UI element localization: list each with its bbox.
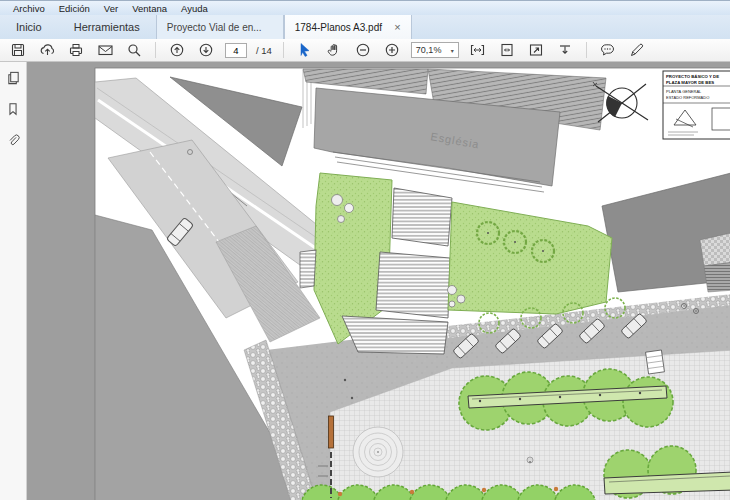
cloud-upload-icon [39,42,56,58]
toolbar-separator [586,42,587,58]
page-count-label: / 14 [256,45,272,56]
print-button[interactable] [66,41,86,59]
document-area: Església [0,62,730,500]
highlight-button[interactable] [627,41,647,59]
doc-tab-label: 1784-Planos A3.pdf [295,22,389,33]
pencil-icon [629,42,645,58]
fit-width-icon [469,42,486,58]
fit-page-icon [499,42,515,58]
plaza-tree-row-upper [459,369,673,430]
share-button[interactable] [37,41,57,59]
spiral-paving-circle [353,427,403,477]
zoom-level-value: 70,1% [416,45,442,55]
pdf-viewer: Església [27,62,730,500]
page-down-icon [198,42,214,58]
doc-tab-1784-planos[interactable]: 1784-Planos A3.pdf × [284,15,412,39]
printer-icon [68,42,84,58]
menu-item-ver[interactable]: Ver [97,3,125,14]
acrobat-window: Archivo Edición Ver Ventana Ayuda Inicio… [0,0,730,500]
doc-tab-proyecto-vial[interactable]: Proyecto Vial de en... [156,15,284,39]
doc-tab-label: Proyecto Vial de en... [167,22,273,33]
fullscreen-icon [528,42,544,58]
comment-button[interactable] [598,41,618,59]
pdf-page-canvas[interactable]: Església [27,62,730,500]
toolbar-separator [283,42,284,58]
select-tool-button[interactable] [295,41,315,59]
titleblock-line1: PROYECTO BÁSICO Y DE [666,74,719,79]
next-page-button[interactable] [196,41,216,59]
save-icon [10,42,26,58]
close-tab-icon[interactable]: × [394,21,400,33]
page-thumbnails-icon[interactable] [6,70,21,86]
speech-bubble-icon [599,42,616,58]
title-block: PROYECTO BÁSICO Y DE PLAZA MAYOR DE BES … [663,71,730,139]
tab-bar: Inicio Herramientas Proyecto Vial de en.… [0,15,730,39]
menu-bar: Archivo Edición Ver Ventana Ayuda [0,0,730,15]
titleblock-line3: PLANTA GENERAL [666,89,702,94]
collapse-toolbar-icon [557,42,573,58]
fit-page-button[interactable] [497,41,517,59]
attachments-icon[interactable] [6,132,20,148]
tab-herramientas[interactable]: Herramientas [58,15,156,39]
save-button[interactable] [8,41,28,59]
zoom-level-dropdown[interactable]: 70,1% ▾ [411,42,459,58]
previous-page-button[interactable] [167,41,187,59]
menu-item-ventana[interactable]: Ventana [125,3,174,14]
titleblock-line4: ESTADO REFORMADO [666,95,709,100]
fullscreen-button[interactable] [526,41,546,59]
search-button[interactable] [124,41,144,59]
reading-mode-button[interactable] [555,41,575,59]
grate [646,350,665,374]
menu-item-ayuda[interactable]: Ayuda [174,3,215,14]
bookmarks-icon[interactable] [6,101,20,117]
plus-circle-icon [384,42,400,58]
titleblock-line2: PLAZA MAYOR DE BES [666,80,714,85]
fit-width-button[interactable] [468,41,488,59]
search-icon [126,42,142,58]
page-number-input[interactable] [225,43,247,58]
envelope-icon [97,42,114,58]
tab-inicio[interactable]: Inicio [0,15,58,39]
hand-icon [326,42,342,58]
toolbar: / 14 70,1% ▾ [0,39,730,62]
toolbar-separator [155,42,156,58]
hand-tool-button[interactable] [324,41,344,59]
fountain-mark [527,457,533,463]
navigation-pane [0,62,27,500]
chevron-down-icon: ▾ [451,47,454,54]
zoom-out-button[interactable] [353,41,373,59]
cursor-arrow-icon [297,42,312,58]
page-up-icon [169,42,185,58]
email-button[interactable] [95,41,115,59]
minus-circle-icon [355,42,371,58]
zoom-in-button[interactable] [382,41,402,59]
menu-item-archivo[interactable]: Archivo [6,3,52,14]
menu-item-edicion[interactable]: Edición [52,3,97,14]
